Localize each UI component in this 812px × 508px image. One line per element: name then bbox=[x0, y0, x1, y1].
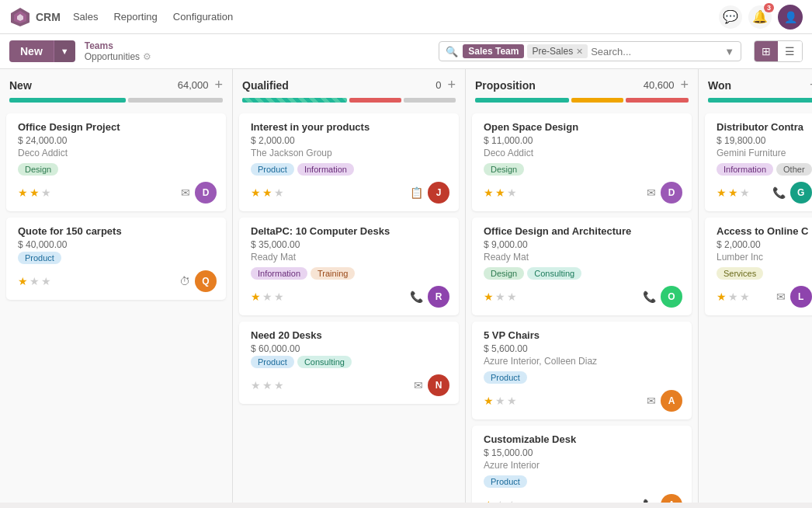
card-action-icon[interactable]: ✉ bbox=[181, 186, 190, 199]
nav-sales[interactable]: Sales bbox=[73, 11, 99, 23]
star-2[interactable]: ★ bbox=[274, 291, 284, 303]
star-1[interactable]: ★ bbox=[495, 291, 505, 303]
nav-configuration[interactable]: Configuration bbox=[173, 11, 233, 23]
card-stars[interactable]: ★★★ bbox=[251, 379, 284, 391]
column-title-qualified: Qualified bbox=[242, 79, 289, 92]
card-stars[interactable]: ★★★ bbox=[251, 186, 284, 199]
card-action-icon[interactable]: 📋 bbox=[410, 186, 423, 199]
card-stars[interactable]: ★★★ bbox=[484, 291, 517, 303]
star-1[interactable]: ★ bbox=[495, 395, 505, 407]
column-title-proposition: Proposition bbox=[475, 79, 536, 92]
card-won-0[interactable]: Distributor Contra$ 19,800.00Gemini Furn… bbox=[705, 113, 812, 211]
card-proposition-1[interactable]: Office Design and Architecture$ 9,000.00… bbox=[472, 217, 692, 315]
card-proposition-2[interactable]: 5 VP Chairs$ 5,600.00Azure Interior, Col… bbox=[472, 322, 692, 419]
star-2[interactable]: ★ bbox=[274, 186, 284, 199]
star-2[interactable]: ★ bbox=[507, 499, 517, 503]
card-action-icon[interactable]: 📞 bbox=[643, 499, 656, 503]
brand[interactable]: CRM bbox=[9, 6, 61, 28]
card-proposition-3[interactable]: Customizable Desk$ 15,000.00Azure Interi… bbox=[472, 426, 692, 503]
star-1[interactable]: ★ bbox=[262, 186, 272, 199]
search-tag-salesteam[interactable]: Sales Team bbox=[463, 44, 524, 58]
card-stars[interactable]: ★★★ bbox=[484, 395, 517, 407]
star-0[interactable]: ★ bbox=[18, 186, 28, 199]
settings-icon[interactable]: ⚙ bbox=[143, 51, 151, 62]
star-2[interactable]: ★ bbox=[740, 186, 750, 199]
star-2[interactable]: ★ bbox=[274, 379, 284, 391]
column-add-qualified[interactable]: + bbox=[447, 77, 456, 93]
card-avatar: L bbox=[790, 286, 812, 308]
card-action-icon[interactable]: 📞 bbox=[410, 291, 423, 303]
star-2[interactable]: ★ bbox=[41, 275, 51, 287]
card-qualified-1[interactable]: DeltaPC: 10 Computer Desks$ 35,000.00Rea… bbox=[239, 217, 459, 315]
nav-reporting[interactable]: Reporting bbox=[113, 11, 157, 23]
star-1[interactable]: ★ bbox=[262, 291, 272, 303]
card-new-0[interactable]: Office Design Project$ 24,000.00Deco Add… bbox=[6, 113, 226, 211]
notifications-button[interactable]: 🔔 3 bbox=[748, 5, 772, 29]
card-won-1[interactable]: Access to Online C$ 2,000.00Lumber IncSe… bbox=[705, 217, 812, 315]
star-1[interactable]: ★ bbox=[29, 275, 40, 287]
star-0[interactable]: ★ bbox=[251, 291, 261, 303]
card-action-icon[interactable]: ✉ bbox=[414, 379, 423, 391]
star-0[interactable]: ★ bbox=[484, 395, 494, 407]
star-0[interactable]: ★ bbox=[18, 275, 28, 287]
card-company: Deco Addict bbox=[18, 148, 217, 158]
new-button[interactable]: New bbox=[9, 40, 54, 62]
star-2[interactable]: ★ bbox=[41, 186, 51, 199]
star-0[interactable]: ★ bbox=[484, 291, 494, 303]
star-0[interactable]: ★ bbox=[717, 291, 727, 303]
star-1[interactable]: ★ bbox=[262, 379, 272, 391]
card-stars[interactable]: ★★★ bbox=[717, 291, 750, 303]
star-1[interactable]: ★ bbox=[29, 186, 40, 199]
card-stars[interactable]: ★★★ bbox=[251, 291, 284, 303]
card-tags: Services bbox=[717, 267, 812, 280]
breadcrumb-teams[interactable]: Teams bbox=[85, 40, 151, 51]
card-stars[interactable]: ★★★ bbox=[18, 186, 51, 199]
star-1[interactable]: ★ bbox=[495, 499, 505, 503]
filter-tag-presales[interactable]: Pre-Sales ✕ bbox=[527, 44, 588, 58]
card-stars[interactable]: ★★★ bbox=[484, 186, 517, 199]
star-1[interactable]: ★ bbox=[728, 186, 738, 199]
column-new: New64,000+Office Design Project$ 24,000.… bbox=[0, 69, 233, 503]
card-new-1[interactable]: Quote for 150 carpets$ 40,000.00Product★… bbox=[6, 217, 226, 300]
column-add-proposition[interactable]: + bbox=[680, 77, 689, 93]
search-dropdown-icon[interactable]: ▼ bbox=[724, 46, 734, 57]
user-avatar[interactable]: 👤 bbox=[778, 5, 803, 30]
star-2[interactable]: ★ bbox=[740, 291, 750, 303]
star-0[interactable]: ★ bbox=[484, 186, 494, 199]
search-icon: 🔍 bbox=[446, 46, 458, 57]
star-2[interactable]: ★ bbox=[507, 291, 517, 303]
card-qualified-0[interactable]: Interest in your products$ 2,000.00The J… bbox=[239, 113, 459, 211]
star-1[interactable]: ★ bbox=[495, 186, 505, 199]
card-qualified-2[interactable]: Need 20 Desks$ 60,000.00ProductConsultin… bbox=[239, 322, 459, 404]
card-stars[interactable]: ★★★ bbox=[484, 499, 517, 503]
star-0[interactable]: ★ bbox=[717, 186, 727, 199]
search-input[interactable] bbox=[591, 46, 721, 57]
star-2[interactable]: ★ bbox=[507, 186, 517, 199]
star-2[interactable]: ★ bbox=[507, 395, 517, 407]
star-0[interactable]: ★ bbox=[251, 186, 261, 199]
star-1[interactable]: ★ bbox=[728, 291, 738, 303]
card-action-icon[interactable]: 📞 bbox=[643, 291, 656, 303]
card-amount: $ 60,000.00 bbox=[251, 343, 449, 354]
card-footer: ★★★📞A bbox=[484, 494, 682, 503]
card-stars[interactable]: ★★★ bbox=[717, 186, 750, 199]
filter-tag-remove[interactable]: ✕ bbox=[576, 47, 583, 57]
new-button-dropdown[interactable]: ▼ bbox=[54, 40, 75, 62]
card-amount: $ 11,000.00 bbox=[484, 135, 682, 146]
list-view-button[interactable]: ☰ bbox=[778, 41, 802, 61]
card-action-icon[interactable]: ⏱ bbox=[179, 275, 190, 287]
progress-bar-proposition bbox=[475, 98, 689, 103]
card-action-icon[interactable]: ✉ bbox=[776, 291, 786, 303]
kanban-view-button[interactable]: ⊞ bbox=[755, 41, 778, 61]
card-action-icon[interactable]: ✉ bbox=[647, 186, 656, 199]
card-avatar: A bbox=[661, 494, 682, 503]
column-header-qualified: Qualified0+ bbox=[233, 69, 465, 109]
star-0[interactable]: ★ bbox=[484, 499, 494, 503]
column-add-new[interactable]: + bbox=[214, 77, 223, 93]
card-action-icon[interactable]: 📞 bbox=[772, 186, 786, 199]
chat-button[interactable]: 💬 bbox=[719, 5, 742, 29]
card-stars[interactable]: ★★★ bbox=[18, 275, 51, 287]
star-0[interactable]: ★ bbox=[251, 379, 261, 391]
card-proposition-0[interactable]: Open Space Design$ 11,000.00Deco AddictD… bbox=[472, 113, 692, 211]
card-action-icon[interactable]: ✉ bbox=[647, 395, 656, 407]
